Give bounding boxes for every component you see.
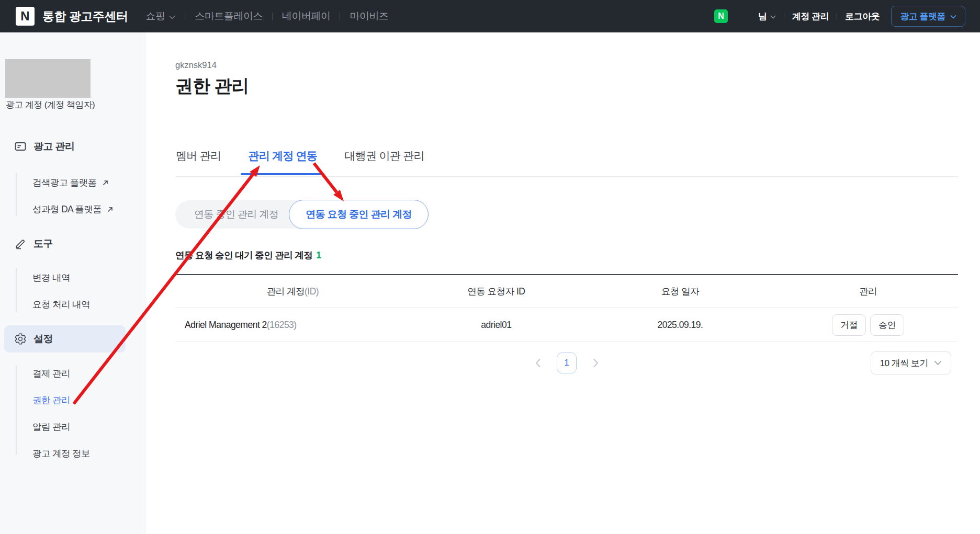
naver-logo[interactable]: N (16, 7, 35, 26)
menu-divider (340, 13, 340, 20)
column-header-account: 관리 계정(ID) (175, 285, 410, 298)
tab-bar: 멤버 관리 관리 계정 연동 대행권 이관 관리 (176, 149, 424, 168)
pending-count: 1 (316, 250, 321, 260)
submenu-rail (16, 365, 17, 455)
naver-logo-letter: N (20, 9, 29, 24)
submenu-rail (16, 173, 17, 217)
account-id: gkznsk914 (175, 60, 217, 70)
page-number-button[interactable]: 1 (557, 353, 577, 373)
naver-user-badge: N (714, 9, 728, 23)
account-name-redacted (5, 59, 91, 98)
chevron-down-icon (770, 11, 776, 21)
submenu-rail (16, 268, 17, 313)
app-title: 통합 광고주센터 (42, 8, 128, 25)
ad-platform-button[interactable]: 광고 플랫폼 (891, 6, 965, 27)
logout-link[interactable]: 로그아웃 (845, 10, 880, 22)
filter-pill-group: 연동 중인 관리 계정 연동 요청 중인 관리 계정 (175, 200, 429, 229)
column-header-requester: 연동 요청자 ID (410, 285, 582, 298)
table-header-row: 관리 계정(ID) 연동 요청자 ID 요청 일자 관리 (175, 275, 958, 308)
column-header-manage: 관리 (778, 285, 958, 298)
cell-account-name: Adriel Management 2(16253) (175, 320, 410, 331)
gear-icon (14, 333, 27, 346)
pagination: 1 (175, 353, 958, 373)
account-role-caption: 광고 계정 (계정 책임자) (6, 99, 95, 111)
column-header-date: 요청 일자 (582, 285, 778, 298)
menu-smartplace[interactable]: 스마트플레이스 (195, 9, 263, 23)
sidebar-item-change-history[interactable]: 변경 내역 (32, 270, 70, 285)
tab-divider-line (175, 176, 958, 177)
page-size-dropdown[interactable]: 10 개씩 보기 (871, 351, 951, 374)
menu-divider (272, 13, 273, 20)
sidebar-section-tools[interactable]: 도구 (14, 236, 53, 251)
sidebar-item-payment[interactable]: 결제 관리 (32, 366, 70, 381)
tab-managed-account-link[interactable]: 관리 계정 연동 (248, 149, 317, 168)
external-link-icon (102, 179, 109, 186)
topbar-divider (837, 13, 837, 20)
menu-divider (185, 13, 185, 20)
cell-request-date: 2025.09.19. (582, 320, 778, 331)
sidebar-item-request-history[interactable]: 요청 처리 내역 (32, 297, 90, 312)
table-row: Adriel Management 2(16253) adriel01 2025… (175, 308, 958, 342)
previous-page-icon[interactable] (533, 358, 543, 368)
sidebar: 광고 계정 (계정 책임자) 광고 관리 검색광고 플랫폼 성과형 DA 플랫폼… (0, 32, 145, 534)
reject-button[interactable]: 거절 (832, 314, 866, 336)
sidebar-item-search-ads[interactable]: 검색광고 플랫폼 (32, 175, 109, 190)
tab-member-management[interactable]: 멤버 관리 (176, 149, 221, 168)
chevron-down-icon (169, 10, 175, 22)
sidebar-item-permission[interactable]: 권한 관리 (32, 393, 70, 407)
approve-button[interactable]: 승인 (870, 314, 904, 336)
advertiser-center-page: N 통합 광고주센터 쇼핑 스마트플레이스 네이버페이 마이비즈 N (0, 0, 980, 534)
menu-shopping[interactable]: 쇼핑 (145, 9, 175, 23)
tab-agency-transfer[interactable]: 대행권 이관 관리 (344, 149, 424, 168)
topbar-divider (784, 13, 784, 20)
menu-naverpay[interactable]: 네이버페이 (282, 9, 331, 23)
sidebar-item-account-info[interactable]: 광고 계정 정보 (32, 446, 90, 461)
cell-requester-id: adriel01 (410, 320, 582, 331)
cell-actions: 거절 승인 (778, 314, 958, 336)
pending-summary: 연동 요청 승인 대기 중인 관리 계정1 (175, 249, 321, 262)
sidebar-item-notification[interactable]: 알림 관리 (32, 419, 70, 434)
top-navigation-bar: N 통합 광고주센터 쇼핑 스마트플레이스 네이버페이 마이비즈 N (0, 0, 980, 32)
next-page-icon[interactable] (590, 358, 601, 368)
page-title: 권한 관리 (175, 74, 249, 98)
pill-pending-accounts[interactable]: 연동 요청 중인 관리 계정 (289, 200, 429, 229)
pencil-icon (14, 237, 27, 251)
sidebar-section-settings[interactable]: 설정 (14, 332, 53, 346)
main-content: gkznsk914 권한 관리 멤버 관리 관리 계정 연동 대행권 이관 관리… (145, 32, 980, 534)
user-menu[interactable]: 님 (758, 10, 776, 22)
sidebar-section-ad-management[interactable]: 광고 관리 (14, 139, 74, 154)
chevron-down-icon (950, 11, 956, 21)
account-management-link[interactable]: 계정 관리 (792, 10, 829, 22)
chevron-down-icon (934, 358, 942, 368)
sidebar-item-da-platform[interactable]: 성과형 DA 플랫폼 (32, 202, 114, 217)
ad-management-icon (14, 140, 27, 153)
external-link-icon (107, 206, 114, 213)
menu-mybiz[interactable]: 마이비즈 (350, 9, 388, 23)
pending-accounts-table: 관리 계정(ID) 연동 요청자 ID 요청 일자 관리 Adriel Mana… (175, 274, 958, 342)
